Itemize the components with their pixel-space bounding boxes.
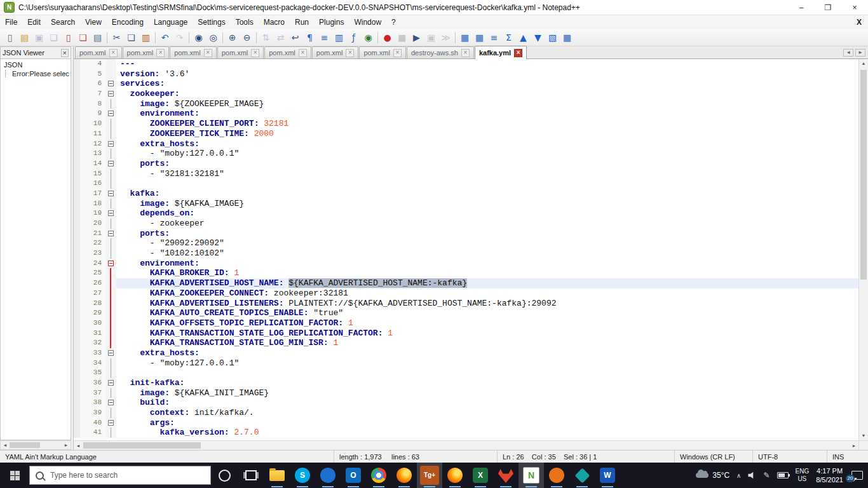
scroll-right-icon[interactable]: ► (62, 443, 71, 447)
panel-h-scrollbar[interactable]: ◄ ► (0, 440, 71, 450)
scroll-thumb[interactable] (83, 442, 201, 449)
panel-close-icon[interactable]: × (61, 49, 69, 57)
redo-icon[interactable]: ↷ (172, 30, 187, 45)
code-line-39[interactable]: 39 context: init/kafka/. (74, 408, 858, 418)
code-line-11[interactable]: 11 ZOOKEEPER_TICK_TIME: 2000 (74, 129, 858, 139)
code-line-26[interactable]: 26 KAFKA_ADVERTISED_HOST_NAME: ${KAFKA_A… (74, 278, 858, 288)
taskbar-notepad-plus-plus[interactable]: N (519, 463, 544, 488)
monitoring-eye-icon[interactable]: ◉ (361, 30, 376, 45)
fold-collapse-icon[interactable] (108, 161, 114, 166)
menu-plugins[interactable]: Plugins (314, 15, 349, 29)
cut-icon[interactable]: ✂ (109, 30, 124, 45)
code-line-23[interactable]: 23 - "10102:10102" (74, 248, 858, 259)
replace-icon[interactable]: ◎ (206, 30, 220, 45)
plugin-filter-icon[interactable]: ▧ (545, 30, 560, 45)
editor-tab-8-kafka.yml[interactable]: kafka.yml× (475, 46, 527, 59)
code-line-25[interactable]: 25 KAFKA_BROKER_ID: 1 (74, 268, 858, 278)
code-line-36[interactable]: 36 init-kafka: (74, 378, 858, 388)
code-line-40[interactable]: 40 args: (74, 418, 858, 428)
menu-edit[interactable]: Edit (22, 15, 46, 29)
close-file-icon[interactable]: ▯ (61, 30, 76, 45)
tab-scroll-left-icon[interactable]: ◄ (843, 49, 853, 57)
taskbar-chrome[interactable] (366, 463, 391, 488)
taskbar-firefox[interactable] (391, 463, 417, 488)
code-line-8[interactable]: 8 image: ${ZOOKEEPER_IMAGE} (74, 99, 858, 109)
code-line-30[interactable]: 30 KAFKA_OFFSETS_TOPIC_REPLICATION_FACTO… (74, 318, 858, 329)
code-line-32[interactable]: 32 KAFKA_TRANSACTION_STATE_LOG_MIN_ISR: … (74, 338, 858, 348)
tab-close-icon[interactable]: × (299, 49, 307, 57)
scroll-thumb[interactable] (10, 442, 40, 448)
scroll-right-icon[interactable]: ► (850, 444, 858, 448)
code-line-38[interactable]: 38 build: (74, 398, 858, 408)
fold-collapse-icon[interactable] (108, 210, 114, 216)
fold-collapse-icon[interactable] (108, 191, 114, 196)
indent-guide-icon[interactable]: ≡ (317, 30, 332, 45)
menu-language[interactable]: Language (149, 15, 193, 29)
code-line-19[interactable]: 19 depends_on: (74, 208, 858, 219)
save-all-icon[interactable]: ❏ (46, 30, 61, 45)
scroll-left-icon[interactable]: ◄ (74, 444, 83, 448)
scroll-up-icon[interactable]: ▲ (859, 59, 868, 68)
code-line-18[interactable]: 18 image: ${KAFKA_IMAGE} (74, 199, 858, 209)
minimize-button[interactable]: – (788, 0, 815, 15)
code-line-21[interactable]: 21 ports: (74, 229, 858, 239)
taskbar-orange-tile-app[interactable]: Tg+ (417, 463, 442, 488)
open-folder-icon[interactable]: ▤ (17, 30, 32, 45)
taskbar-word[interactable]: W (595, 463, 620, 488)
macro-run-multiple-icon[interactable]: ≫ (438, 30, 453, 45)
taskbar-skype[interactable]: S (290, 463, 315, 488)
scroll-down-icon[interactable]: ▼ (859, 431, 868, 440)
taskbar-messaging-app[interactable] (315, 463, 341, 488)
code-line-37[interactable]: 37 image: ${KAFKA_INIT_IMAGE} (74, 388, 858, 398)
code-line-12[interactable]: 12 extra_hosts: (74, 139, 858, 149)
start-button[interactable] (0, 463, 29, 488)
code-line-33[interactable]: 33 extra_hosts: (74, 348, 858, 358)
fold-collapse-icon[interactable] (108, 400, 114, 405)
menu-file[interactable]: File (0, 15, 22, 29)
editor-tab-0-pom.xml[interactable]: pom.xml× (75, 46, 122, 58)
json-tree-root[interactable]: JSON (3, 60, 71, 70)
code-line-10[interactable]: 10 ZOOKEEPER_CLIENT_PORT: 32181 (74, 119, 858, 129)
code-line-14[interactable]: 14 ports: (74, 159, 858, 169)
task-view-button[interactable] (238, 463, 264, 488)
editor-h-scrollbar[interactable]: ◄ ► (74, 440, 858, 450)
code-line-20[interactable]: 20 - zookeeper (74, 219, 858, 229)
plugin-sort-ascending-icon[interactable]: ▲ (516, 30, 531, 45)
sync-horizontal-icon[interactable]: ⇄ (273, 30, 288, 45)
plugin-list-icon[interactable]: ≡ (487, 30, 501, 45)
show-all-characters-icon[interactable]: ¶ (302, 30, 317, 45)
fold-collapse-icon[interactable] (108, 91, 114, 97)
code-line-9[interactable]: 9 environment: (74, 109, 858, 119)
tab-close-icon[interactable]: × (204, 49, 212, 57)
code-line-13[interactable]: 13 - "moby:127.0.0.1" (74, 149, 858, 159)
action-center-button[interactable]: 20 (851, 471, 863, 480)
new-file-icon[interactable]: ▯ (3, 30, 17, 45)
code-line-16[interactable]: 16 (74, 179, 858, 189)
editor-tab-5-pom.xml[interactable]: pom.xml× (312, 46, 359, 58)
editor-tab-2-pom.xml[interactable]: pom.xml× (170, 46, 217, 58)
language-indicator[interactable]: ENG US (796, 468, 810, 484)
taskbar-excel[interactable]: X (468, 463, 493, 488)
editor-tab-3-pom.xml[interactable]: pom.xml× (217, 46, 264, 58)
editor-tab-7-destroy-aws.sh[interactable]: destroy-aws.sh× (407, 46, 474, 58)
weather-tray-item[interactable]: 35°C (696, 471, 729, 480)
menu-encoding[interactable]: Encoding (107, 15, 149, 29)
macro-stop-icon[interactable]: ■ (395, 30, 409, 45)
search-input[interactable] (49, 470, 205, 480)
find-icon[interactable]: ◉ (191, 30, 206, 45)
tab-close-icon[interactable]: × (156, 49, 165, 57)
zoom-in-icon[interactable]: ⊕ (225, 30, 240, 45)
menu-help[interactable]: ? (386, 15, 401, 29)
code-line-7[interactable]: 7 zookeeper: (74, 89, 858, 99)
code-line-27[interactable]: 27 KAFKA_ZOOKEEPER_CONNECT: zookeeper:32… (74, 288, 858, 299)
tab-close-icon[interactable]: × (514, 49, 522, 57)
taskbar-firefox-2[interactable] (442, 463, 468, 488)
battery-icon[interactable] (777, 472, 789, 478)
taskbar-sourcetree[interactable] (569, 463, 595, 488)
fold-collapse-icon[interactable] (108, 231, 114, 236)
pen-icon[interactable]: ✎ (763, 471, 770, 480)
plugin-json-viewer-icon[interactable]: ▦ (458, 30, 472, 45)
sync-vertical-icon[interactable]: ⇅ (259, 30, 273, 45)
code-line-15[interactable]: 15 - "32181:32181" (74, 169, 858, 179)
code-line-41[interactable]: 41 kafka_version: 2.7.0 (74, 428, 858, 438)
